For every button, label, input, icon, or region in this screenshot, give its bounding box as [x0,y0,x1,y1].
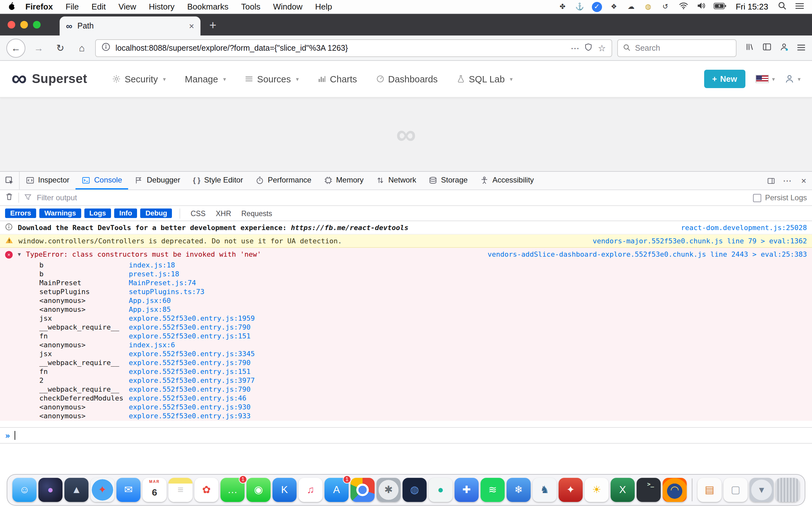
nav-sql-lab[interactable]: SQL Lab ▾ [457,74,513,84]
app-store[interactable]: A 1 [324,478,349,502]
stack-location-link[interactable]: index.js:18 [129,261,175,270]
back-button[interactable]: ← [6,38,26,57]
category-filter[interactable]: XHR [216,210,231,217]
nav-charts[interactable]: Charts [318,74,357,84]
stack-location-link[interactable]: MainPreset.js:74 [129,279,196,288]
bulb-icon[interactable]: ◍ [643,2,653,12]
globe-app[interactable]: ◍ [403,478,426,502]
messages[interactable]: … 1 [220,478,245,502]
user-menu[interactable]: ▾ [785,74,801,83]
tab-storage[interactable]: Storage [422,172,474,189]
menubar-clock[interactable]: Fri 15:23 [735,2,768,11]
downloads[interactable]: ▾ [750,478,774,502]
page-actions-icon[interactable]: ⋯ [571,43,579,52]
clear-console-icon[interactable] [5,192,13,204]
menubar-menu[interactable]: Tools [241,2,260,11]
source-link[interactable]: vendors-major.552f53e0.chunk.js line 79 … [593,237,807,245]
paw-icon[interactable]: ✤ [557,2,567,12]
tab-inspector[interactable]: Inspector [20,172,76,189]
system-preferences[interactable]: ✱ [376,478,401,502]
superset-logo[interactable]: ∞ [11,67,27,89]
split-console-button[interactable] [763,172,779,189]
react-devtools-link[interactable]: https://fb.me/react-devtools [291,223,409,232]
finder[interactable]: ☺ [12,478,37,502]
url-bar[interactable]: localhost:8088/superset/explore/?form_da… [95,39,612,57]
cloud-icon[interactable]: ☁ [626,2,636,12]
stack-location-link[interactable]: explore.552f53e0.entry.js:46 [129,394,247,403]
superset-brand[interactable]: Superset [32,72,87,86]
nav-security[interactable]: Security ▾ [113,74,166,84]
volume-icon[interactable] [696,2,705,11]
persist-logs-checkbox[interactable] [753,193,761,202]
apple-menu-icon[interactable] [8,1,16,12]
window-minimize-button[interactable] [20,21,28,29]
notes[interactable]: ≡ [168,478,193,502]
launchpad[interactable]: ▲ [64,478,89,502]
menubar-menu[interactable]: Help [315,2,333,11]
tab-style-editor[interactable]: { } Style Editor [187,172,249,189]
stack-location-link[interactable]: explore.552f53e0.entry.js:790 [129,323,251,332]
forward-button[interactable]: → [31,40,47,56]
tab-console[interactable]: Console [76,172,129,189]
level-filter-chip[interactable]: Debug [140,209,172,218]
menubar-menu[interactable]: View [118,2,136,11]
reload-button[interactable]: ↻ [52,40,68,56]
source-link[interactable]: vendors-addSlice-dashboard-explore.552f5… [488,250,807,259]
photos[interactable]: ✿ [194,478,218,502]
nav-dashboards[interactable]: Dashboards [376,74,438,84]
time-machine-icon[interactable]: ↺ [660,2,670,12]
pocket-shield-icon[interactable] [585,42,593,54]
level-filter-chip[interactable]: Errors [5,209,36,218]
document-stack[interactable]: ▤ [698,478,722,502]
category-filter[interactable]: Requests [241,210,272,217]
excel[interactable]: X [611,478,635,502]
account-icon[interactable] [780,42,789,54]
persist-logs-toggle[interactable]: Persist Logs [753,193,807,202]
level-filter-chip[interactable]: Info [114,209,137,218]
element-picker-button[interactable] [0,172,20,189]
bookmark-star-icon[interactable]: ☆ [598,43,606,52]
facetime[interactable]: ◉ [247,478,270,502]
idea-bulb[interactable]: ☀ [585,478,609,502]
terminal[interactable]: >_ [637,478,661,502]
level-filter-chip[interactable]: Warnings [39,209,81,218]
chrome[interactable] [351,478,374,502]
spotlight-icon[interactable] [778,1,786,12]
home-button[interactable]: ⌂ [73,40,90,56]
document[interactable]: ▢ [723,478,748,502]
snowflake-app[interactable]: ❄ [507,478,531,502]
wifi-icon[interactable] [678,2,688,11]
mail[interactable]: ✉ [116,478,141,502]
xcode[interactable]: ✚ [455,478,478,502]
tab-accessibility[interactable]: Accessibility [474,172,540,189]
dropbox-icon[interactable]: ❖ [609,2,619,12]
hamburger-menu-icon[interactable] [797,42,806,54]
red-app[interactable]: ✦ [559,478,583,502]
menubar-menu[interactable]: Window [273,2,303,11]
menubar-menu[interactable]: Edit [92,2,106,11]
stack-location-link[interactable]: App.jsx:85 [129,305,171,314]
category-filter[interactable]: CSS [191,210,206,217]
source-link[interactable]: react-dom.development.js:25028 [681,223,807,232]
stack-location-link[interactable]: explore.552f53e0.entry.js:790 [129,359,251,368]
language-selector[interactable]: ▾ [756,75,775,83]
nav-sources[interactable]: Sources ▾ [245,74,299,84]
notification-center-icon[interactable] [795,2,804,12]
window-close-button[interactable] [8,21,15,29]
tab-network[interactable]: Network [370,172,422,189]
stack-location-link[interactable]: explore.552f53e0.entry.js:151 [129,368,251,377]
tab-debugger[interactable]: Debugger [129,172,187,189]
search-box[interactable]: Search [617,39,737,57]
siri[interactable]: ● [38,478,62,502]
close-devtools-button[interactable]: × [796,172,812,189]
safari[interactable]: ✦ [90,478,114,502]
tab-performance[interactable]: Performance [249,172,317,189]
library-icon[interactable] [745,42,754,54]
menubar-menu[interactable]: Firefox [26,2,53,11]
menubar-menu[interactable]: Bookmarks [187,2,229,11]
expand-arrow-icon[interactable]: ▼ [18,251,21,257]
postgres[interactable]: ♞ [532,478,557,502]
stack-location-link[interactable]: explore.552f53e0.entry.js:790 [129,385,251,394]
level-filter-chip[interactable]: Logs [84,209,111,218]
new-tab-button[interactable]: + [209,19,216,31]
